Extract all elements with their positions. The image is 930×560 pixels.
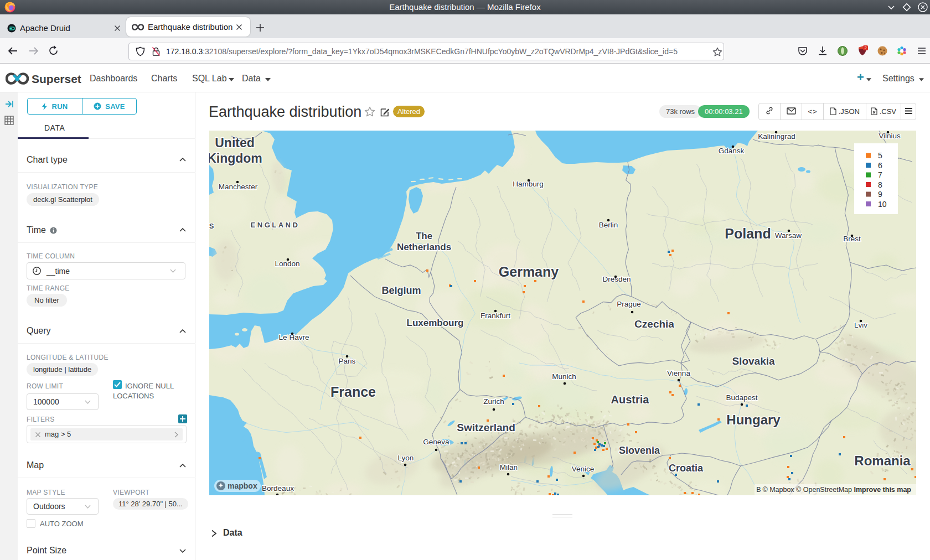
svg-text:Bordeaux: Bordeaux [262, 484, 294, 492]
svg-text:Vilnius: Vilnius [879, 132, 901, 140]
svg-text:8: 8 [878, 180, 882, 189]
svg-text:Gdansk: Gdansk [719, 147, 745, 155]
svg-text:Slovakia: Slovakia [732, 355, 775, 367]
svg-text:Austria: Austria [611, 393, 650, 406]
svg-text:United: United [215, 136, 255, 150]
svg-text:Croatia: Croatia [669, 463, 704, 474]
svg-text:Paris: Paris [339, 357, 356, 365]
svg-text:Berlin: Berlin [599, 221, 618, 229]
svg-text:9: 9 [878, 190, 882, 199]
svg-text:Budapest: Budapest [726, 393, 757, 402]
svg-text:Hungary: Hungary [726, 412, 781, 427]
svg-text:London: London [275, 260, 299, 268]
svg-text:The: The [416, 231, 432, 241]
svg-text:Luxembourg: Luxembourg [407, 318, 464, 328]
svg-text:Poland: Poland [725, 226, 771, 241]
svg-text:Munich: Munich [552, 372, 576, 381]
svg-text:Germany: Germany [499, 264, 559, 279]
svg-text:Switzerland: Switzerland [457, 422, 515, 433]
svg-text:mapbox: mapbox [228, 481, 257, 490]
svg-text:ENGLAND: ENGLAND [251, 221, 300, 229]
svg-text:Frankfurt: Frankfurt [480, 312, 510, 320]
svg-text:ES: ES [209, 222, 216, 230]
svg-text:Lyon: Lyon [398, 454, 414, 462]
svg-text:10: 10 [878, 200, 887, 209]
svg-text:Warsaw: Warsaw [775, 231, 802, 240]
svg-text:6: 6 [878, 161, 882, 170]
svg-text:Manchester: Manchester [219, 183, 258, 191]
svg-text:Le Havre: Le Havre [279, 333, 309, 341]
svg-text:Kaliningrad: Kaliningrad [758, 132, 795, 141]
svg-text:Milan: Milan [500, 463, 518, 471]
svg-text:Zurich: Zurich [483, 397, 504, 406]
svg-text:Vienna: Vienna [667, 369, 690, 377]
svg-text:7: 7 [878, 170, 882, 179]
svg-text:Prague: Prague [617, 300, 641, 308]
svg-text:B© Mapbox © OpenStreetMap Impr: B© Mapbox © OpenStreetMap Improve this m… [756, 486, 911, 494]
svg-text:Czechia: Czechia [634, 318, 674, 330]
svg-text:Kingdom: Kingdom [209, 151, 262, 165]
svg-text:Venice: Venice [572, 465, 595, 473]
svg-text:Romania: Romania [854, 453, 911, 468]
svg-text:France: France [330, 384, 376, 400]
svg-text:Slovenia: Slovenia [619, 445, 660, 456]
svg-text:Belgium: Belgium [381, 285, 421, 296]
svg-text:Netherlands: Netherlands [397, 242, 451, 252]
svg-text:2: 2 [864, 45, 866, 50]
svg-text:5: 5 [878, 151, 882, 160]
svg-text:Geneva: Geneva [423, 438, 450, 446]
